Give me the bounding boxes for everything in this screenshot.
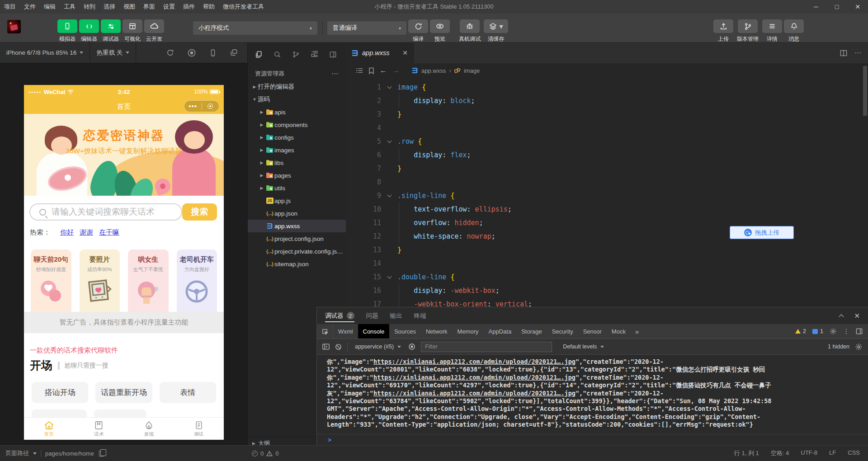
fold-chevron-icon[interactable] — [381, 270, 397, 284]
menu-item-选择[interactable]: 选择 — [99, 0, 119, 14]
filter-input[interactable] — [421, 342, 552, 352]
menu-item-工具[interactable]: 工具 — [60, 0, 80, 14]
tree-item-configs[interactable]: ▶configs — [248, 131, 346, 144]
mode-select[interactable]: 小程序模式 ▾ — [193, 21, 317, 35]
tree-item-app.js[interactable]: JSapp.js — [248, 194, 346, 207]
version-control-button[interactable] — [738, 19, 758, 33]
live-expression-icon[interactable] — [408, 343, 415, 350]
feature-card-要照片[interactable]: 要照片成功率90% — [80, 249, 120, 316]
compile-mode-select[interactable]: 普通编译 ▾ — [327, 21, 406, 35]
menu-item-界面[interactable]: 界面 — [139, 0, 159, 14]
nav-forward-icon[interactable]: → — [392, 66, 400, 75]
search-icon[interactable] — [274, 51, 281, 58]
clear-cache-button[interactable]: ▾ — [484, 19, 508, 33]
clear-console-icon[interactable] — [335, 343, 342, 350]
console-link[interactable]: https://xinlianai.app1212.com/admin/uplo… — [373, 358, 576, 365]
tree-item-打开的编辑器[interactable]: ▶打开的编辑器 — [248, 80, 346, 93]
编辑器-button[interactable] — [79, 19, 99, 33]
tree-item-libs[interactable]: ▶libs — [248, 156, 346, 169]
console-link[interactable]: https://xinlianai.app1212.com/admin/uplo… — [373, 390, 576, 397]
panel-tab-终端[interactable]: 终端 — [414, 307, 426, 324]
hot-search-link[interactable]: 谢谢 — [80, 228, 93, 237]
devtools-tab-Console[interactable]: Console — [358, 324, 390, 339]
devtools-tab-Memory[interactable]: Memory — [453, 324, 484, 339]
close-panel-icon[interactable]: ✕ — [854, 312, 860, 320]
breadcrumb-file[interactable]: app.wxss — [421, 67, 446, 74]
more-tabs-chevron[interactable]: » — [631, 324, 643, 339]
compile-button[interactable] — [408, 19, 428, 33]
fold-chevron-icon[interactable] — [381, 80, 397, 94]
feature-card-老司机开车[interactable]: 老司机开车方向盘握好 — [177, 249, 217, 316]
status-item[interactable]: 空格: 4 — [771, 449, 789, 457]
云开发-button[interactable] — [144, 19, 164, 33]
panel-tab-输出[interactable]: 输出 — [390, 307, 402, 324]
menu-item-插件[interactable]: 插件 — [179, 0, 199, 14]
refresh-icon[interactable] — [166, 48, 175, 57]
breadcrumb-symbol[interactable]: image — [464, 67, 480, 74]
nav-back-icon[interactable]: ← — [380, 66, 387, 75]
menu-item-帮助[interactable]: 帮助 — [199, 0, 219, 14]
console-sidebar-icon[interactable] — [322, 343, 330, 350]
device-select[interactable]: iPhone 6/7/8 Plus 85% 16 — [0, 42, 90, 63]
panel-tab-问题[interactable]: 问题 — [366, 307, 378, 324]
tab-bar-item-首页[interactable]: 首页 — [24, 418, 74, 440]
menu-item-编辑[interactable]: 编辑 — [40, 0, 60, 14]
tree-item-app.json[interactable]: {…}app.json — [248, 207, 346, 220]
调试器-button[interactable] — [101, 19, 121, 33]
tree-item-源码[interactable]: ▼源码 — [248, 93, 346, 106]
hot-reload-select[interactable]: 热重载 关 — [90, 42, 136, 63]
devtools-tab-Sensor[interactable]: Sensor — [578, 324, 607, 339]
tree-item-utils[interactable]: ▶utils — [248, 182, 346, 194]
status-item[interactable]: 行 1, 列 1 — [734, 449, 759, 457]
tree-item-project.private.config.js…[interactable]: {…}project.private.config.js… — [248, 245, 346, 258]
feature-card-聊天前20句[interactable]: 聊天前20句秒增加好感度 — [31, 249, 71, 316]
模拟器-button[interactable] — [57, 19, 77, 33]
devtools-tab-Mock[interactable]: Mock — [607, 324, 631, 339]
devtools-tab-AppData[interactable]: AppData — [484, 324, 517, 339]
copy-icon[interactable] — [99, 451, 104, 456]
log-levels-select[interactable]: Default levels — [561, 343, 606, 350]
avatar[interactable] — [7, 20, 21, 33]
maximize-button[interactable]: □ — [826, 0, 847, 14]
status-item[interactable]: CSS — [848, 449, 860, 457]
console-link[interactable]: https://xinlianai.app1212.com/admin/uplo… — [373, 374, 576, 381]
fold-chevron-icon[interactable] — [381, 189, 397, 202]
可视化-button[interactable] — [123, 19, 142, 33]
more-actions-icon[interactable]: ⋯ — [331, 70, 339, 78]
source-control-icon[interactable] — [292, 51, 300, 58]
code-editor[interactable]: 1image {2 display: block;3}45.row {6 dis… — [346, 78, 868, 307]
close-target-icon[interactable] — [202, 103, 219, 109]
tree-item-app.wxss[interactable]: app.wxss — [248, 220, 346, 232]
drag-upload-button[interactable]: 拖拽上传 — [730, 226, 794, 239]
panel-tab-调试器[interactable]: 调试器2 — [325, 307, 354, 324]
topic-button-表情[interactable]: 表情 — [160, 382, 216, 403]
status-item[interactable]: LF — [829, 449, 836, 457]
tree-item-pages[interactable]: ▶pages — [248, 169, 346, 182]
search-button[interactable]: 搜索 — [182, 203, 217, 221]
problems-indicator[interactable]: 0 0 — [252, 450, 278, 457]
console-prompt[interactable]: > — [317, 434, 868, 445]
close-button[interactable]: ✕ — [847, 0, 868, 14]
console-output[interactable]: 你","image":"https://xinlianai.app1212.co… — [317, 355, 868, 446]
stop-record-icon[interactable] — [187, 48, 196, 57]
bookmark-icon[interactable] — [368, 67, 374, 74]
editor-tab-app-wxss[interactable]: app.wxss ✕ — [346, 42, 414, 63]
preview-button[interactable] — [430, 19, 450, 33]
devtools-tab-Network[interactable]: Network — [421, 324, 453, 339]
menu-item-视图[interactable]: 视图 — [119, 0, 139, 14]
fold-chevron-icon[interactable] — [381, 135, 397, 148]
devtools-tab-Security[interactable]: Security — [547, 324, 578, 339]
tree-item-images[interactable]: ▶images — [248, 144, 346, 156]
search-input[interactable]: 请输入关键词搜索聊天话术 — [29, 203, 182, 221]
devtools-tab-Storage[interactable]: Storage — [516, 324, 547, 339]
files-icon[interactable] — [255, 51, 263, 58]
menu-item-项目[interactable]: 项目 — [0, 0, 20, 14]
upload-button[interactable] — [713, 19, 733, 33]
dock-side-icon[interactable] — [856, 328, 863, 334]
tree-item-components[interactable]: ▶components — [248, 118, 346, 131]
devtools-tab-Sources[interactable]: Sources — [389, 324, 421, 339]
page-path-value[interactable]: pages/home/home — [45, 450, 94, 457]
more-dots-icon[interactable]: ••• — [184, 104, 202, 108]
tab-bar-item-话术[interactable]: 话术 — [74, 418, 124, 440]
outline-list-icon[interactable] — [356, 67, 363, 74]
